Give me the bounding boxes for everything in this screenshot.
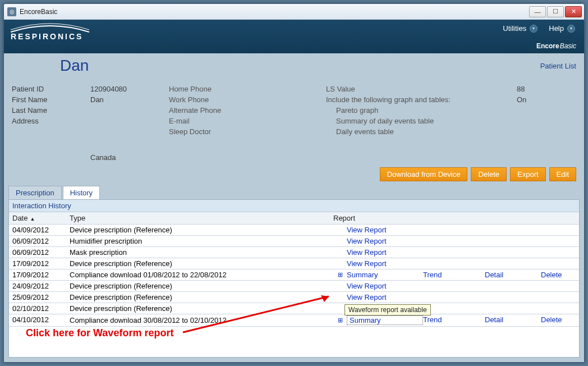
label-email: E-mail (169, 117, 326, 125)
window-title: EncoreBasic (20, 8, 57, 16)
header-menu: Utilities ▾ Help ▾ (500, 23, 577, 34)
chevron-down-icon: ▾ (567, 25, 575, 33)
help-menu[interactable]: Help ▾ (546, 23, 577, 34)
sort-asc-icon: ▲ (30, 216, 35, 222)
cell-type: Device prescription (Reference) (66, 258, 330, 269)
cell-date: 25/09/2012 (9, 292, 66, 303)
table-row: 06/09/2012Mask prescriptionView Report (9, 247, 579, 258)
tabs: Prescription History (4, 186, 584, 199)
view-report-link[interactable]: View Report (347, 226, 387, 234)
cell-date: 04/10/2012 (9, 314, 66, 326)
label-include: Include the following graph and tables: (326, 95, 517, 104)
app-icon: ◎ (7, 7, 16, 16)
patient-bar: Dan Patient List (4, 53, 584, 75)
close-button[interactable]: ✕ (565, 6, 582, 17)
label-last-name: Last Name (12, 106, 90, 115)
help-label: Help (549, 24, 564, 33)
tab-history[interactable]: History (63, 186, 100, 199)
minimize-button[interactable]: — (529, 6, 546, 17)
table-row: 04/09/2012Device prescription (Reference… (9, 225, 579, 236)
utilities-menu[interactable]: Utilities ▾ (500, 23, 540, 34)
value-patient-id: 120904080 (90, 85, 169, 93)
cell-date: 02/10/2012 (9, 303, 66, 314)
download-button[interactable]: Download from Device (380, 167, 468, 181)
summary-link[interactable]: Summary (347, 315, 423, 325)
col-report[interactable]: Report (330, 212, 579, 224)
brand: RESPIRONICS (11, 23, 89, 41)
view-report-link[interactable]: View Report (347, 237, 387, 245)
edit-button[interactable]: Edit (549, 167, 576, 181)
detail-link[interactable]: Detail (485, 315, 541, 325)
titlebar: ◎ EncoreBasic — ☐ ✕ (4, 4, 584, 20)
app-window: ◎ EncoreBasic — ☐ ✕ RESPIRONICS Utilitie… (3, 3, 585, 363)
cell-date: 17/09/2012 (9, 258, 66, 269)
annotation-text: Click here for Waveform report (26, 327, 173, 339)
trend-link[interactable]: Trend (423, 271, 485, 279)
chevron-down-icon: ▾ (530, 25, 538, 33)
label-address: Address (12, 117, 90, 125)
trend-link[interactable]: Trend (423, 315, 485, 325)
delete-link[interactable]: Delete (541, 315, 562, 325)
view-report-link[interactable]: View Report (347, 248, 387, 257)
cell-type: Device prescription (Reference) (66, 225, 330, 235)
cell-date: 06/09/2012 (9, 236, 66, 246)
cell-date: 04/09/2012 (9, 225, 66, 235)
cell-type: Device prescription (Reference) (66, 281, 330, 291)
table-row: 24/09/2012Device prescription (Reference… (9, 281, 579, 292)
maximize-button[interactable]: ☐ (547, 6, 564, 17)
cell-type: Device prescription (Reference) (66, 292, 330, 303)
history-panel: Interaction History Date▲ Type Report 04… (8, 199, 580, 358)
brand-text: RESPIRONICS (11, 32, 83, 41)
table-row: 04/10/2012Compliance download 30/08/2012… (9, 314, 579, 327)
cell-date: 24/09/2012 (9, 281, 66, 291)
export-button[interactable]: Export (510, 167, 546, 181)
table-row: 02/10/2012Device prescription (Reference… (9, 303, 579, 314)
subbrand: EncoreBasic (536, 42, 576, 50)
header: RESPIRONICS Utilities ▾ Help ▾ EncoreBas… (4, 20, 584, 53)
label-alt-phone: Alternate Phone (169, 106, 326, 115)
label-summary-daily: Summary of daily events table (326, 117, 517, 125)
value-country: Canada (90, 153, 169, 162)
cell-date: 06/09/2012 (9, 247, 66, 258)
cell-type: Humidifier prescription (66, 236, 330, 246)
patient-list-link[interactable]: Patient List (540, 62, 576, 70)
cell-date: 17/09/2012 (9, 269, 66, 280)
history-header: Date▲ Type Report (9, 212, 579, 225)
delete-link[interactable]: Delete (541, 271, 562, 279)
table-row: 25/09/2012Device prescription (Reference… (9, 292, 579, 303)
table-row: 17/09/2012Device prescription (Reference… (9, 258, 579, 269)
view-report-link[interactable]: View Report (347, 293, 387, 301)
brand-arc-icon (11, 23, 89, 33)
subbrand-italic: Basic (560, 42, 576, 50)
label-daily-events: Daily events table (326, 127, 517, 136)
value-include: On (517, 95, 562, 104)
cell-type: Compliance download 01/08/2012 to 22/08/… (66, 269, 330, 280)
summary-link[interactable]: Summary (347, 271, 423, 279)
cell-type: Compliance download 30/08/2012 to 02/10/… (66, 314, 330, 326)
table-row: 06/09/2012Humidifier prescriptionView Re… (9, 236, 579, 247)
patient-name: Dan (60, 57, 89, 75)
col-type[interactable]: Type (66, 212, 330, 224)
label-pareto: Pareto graph (326, 106, 517, 115)
view-report-link[interactable]: View Report (347, 282, 387, 290)
detail-link[interactable]: Detail (485, 271, 541, 279)
waveform-icon[interactable]: ⊞ (333, 271, 347, 279)
value-first-name: Dan (90, 95, 169, 104)
subbrand-bold: Encore (536, 42, 559, 50)
utilities-label: Utilities (503, 24, 526, 33)
cell-type: Mask prescription (66, 247, 330, 258)
table-row: 17/09/2012Compliance download 01/08/2012… (9, 269, 579, 281)
patient-info: Patient ID First Name Last Name Address … (4, 75, 584, 166)
waveform-tooltip: Waveform report available (344, 304, 431, 315)
col-date[interactable]: Date▲ (9, 212, 66, 224)
waveform-icon[interactable]: ⊞ (333, 315, 347, 325)
cell-type: Device prescription (Reference) (66, 303, 330, 314)
action-bar: Download from Device Delete Export Edit (4, 166, 584, 186)
label-first-name: First Name (12, 95, 90, 104)
tab-prescription[interactable]: Prescription (8, 186, 62, 199)
value-ls-value: 88 (517, 85, 562, 93)
delete-button[interactable]: Delete (471, 167, 507, 181)
view-report-link[interactable]: View Report (347, 259, 387, 268)
label-home-phone: Home Phone (169, 85, 326, 93)
label-work-phone: Work Phone (169, 95, 326, 104)
